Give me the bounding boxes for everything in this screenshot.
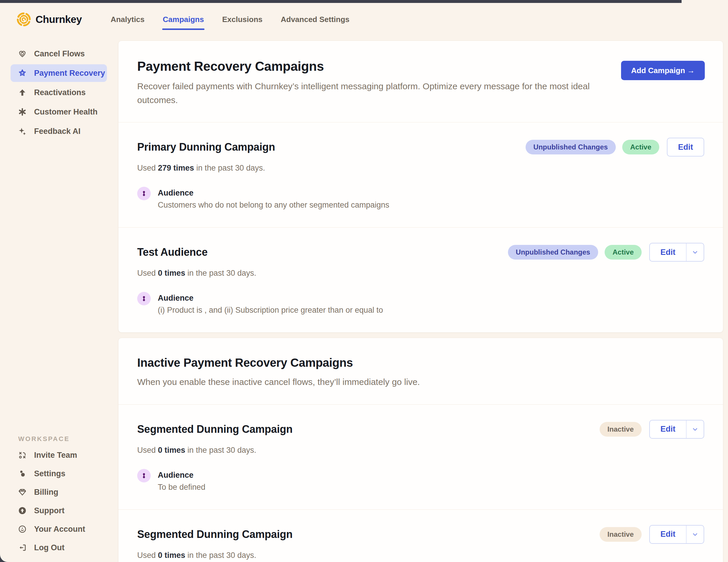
sidebar-item-label: Settings [34,469,66,478]
workspace-section: WORKSPACE Invite Team [0,435,118,557]
sidebar-item-invite-team[interactable]: Invite Team [11,446,107,464]
chevron-down-icon[interactable] [686,420,704,438]
sidebar-item-label: Support [34,506,64,515]
main-content: Payment Recovery Campaigns Recover faile… [118,36,728,562]
sidebar-item-label: Your Account [34,525,85,534]
status-badge-inactive: Inactive [600,527,642,542]
sidebar-item-customer-health[interactable]: Customer Health [11,103,107,121]
sparkles-icon [18,127,27,136]
audience-label: Audience [158,187,389,198]
sidebar-item-cancel-flows[interactable]: Cancel Flows [11,45,107,63]
sidebar-item-your-account[interactable]: Your Account [11,520,107,538]
usage-stat: Used 0 times in the past 30 days. [137,551,704,560]
page-subtitle: Recover failed payments with Churnkey’s … [137,80,616,107]
audience-description: To be defined [158,483,205,492]
unpublished-changes-badge: Unpublished Changes [508,245,598,260]
asterisk-icon [18,107,27,117]
status-badge-inactive: Inactive [600,422,642,437]
workspace-label: WORKSPACE [0,435,118,443]
campaign-row-test-audience: Test Audience Unpublished Changes Active… [118,228,723,332]
edit-split-button[interactable]: Edit [649,243,704,262]
tab-exclusions[interactable]: Exclusions [222,13,263,26]
sidebar-item-payment-recovery[interactable]: Payment Recovery [11,64,107,82]
arrow-up-icon [18,88,27,97]
page-title: Payment Recovery Campaigns [137,59,616,74]
campaign-row-segmented-dunning-1: Segmented Dunning Campaign Inactive Edit [118,405,723,509]
tab-campaigns[interactable]: Campaigns [162,13,204,26]
edit-button[interactable]: Edit [667,138,704,157]
audience-label: Audience [158,292,383,303]
app-window: Churnkey Analytics Campaigns Exclusions … [0,3,728,562]
tab-advanced-settings[interactable]: Advanced Settings [280,13,350,26]
gem-icon [18,487,27,497]
account-icon [18,524,27,534]
campaign-name: Primary Dunning Campaign [137,141,275,153]
top-nav: Analytics Campaigns Exclusions Advanced … [110,13,350,26]
support-icon [18,506,27,515]
chevron-down-icon[interactable] [686,244,704,261]
sidebar-item-label: Payment Recovery [34,69,105,78]
audience-description: (i) Product is , and (ii) Subscription p… [158,306,383,315]
settings-icon [18,469,27,478]
usage-stat: Used 279 times in the past 30 days. [137,164,704,173]
brand-name: Churnkey [36,14,82,25]
campaign-name: Test Audience [137,246,207,259]
sidebar-item-label: Cancel Flows [34,49,85,58]
sidebar-item-label: Billing [34,488,58,497]
sidebar-item-label: Feedback AI [34,127,80,136]
churnkey-logo-icon [16,12,31,27]
sidebar-item-log-out[interactable]: Log Out [11,539,107,556]
tab-analytics[interactable]: Analytics [110,13,145,26]
status-badge-active: Active [605,245,642,260]
campaign-row-primary-dunning: Primary Dunning Campaign Unpublished Cha… [118,123,723,227]
audience-label: Audience [158,469,205,480]
campaign-row-segmented-dunning-2: Segmented Dunning Campaign Inactive Edit [118,510,723,562]
add-campaign-button[interactable]: Add Campaign → [621,61,705,80]
section-title: Inactive Payment Recovery Campaigns [137,356,420,369]
audience-description: Customers who do not belong to any other… [158,201,389,210]
sidebar-item-support[interactable]: Support [11,502,107,519]
sidebar-item-label: Customer Health [34,108,98,117]
sidebar-item-label: Log Out [34,543,64,552]
active-campaigns-card: Payment Recovery Campaigns Recover faile… [118,41,723,333]
sidebar-item-settings[interactable]: Settings [11,465,107,482]
unpublished-changes-badge: Unpublished Changes [526,140,616,155]
status-badge-active: Active [622,140,659,155]
campaign-name: Segmented Dunning Campaign [137,528,293,541]
campaign-name: Segmented Dunning Campaign [137,423,293,435]
inactive-campaigns-header: Inactive Payment Recovery Campaigns When… [118,338,723,404]
sidebar-item-label: Invite Team [34,451,77,460]
brand-logo[interactable]: Churnkey [16,12,82,27]
logout-icon [18,543,27,552]
top-header: Churnkey Analytics Campaigns Exclusions … [0,3,728,36]
star-icon [18,68,27,78]
invite-team-icon [18,450,27,460]
sidebar-item-label: Reactivations [34,88,86,97]
audience-icon [137,187,151,200]
sidebar-item-billing[interactable]: Billing [11,483,107,501]
sidebar: Cancel Flows Payment Recovery React [0,36,118,562]
edit-split-button[interactable]: Edit [649,525,704,544]
sidebar-item-feedback-ai[interactable]: Feedback AI [11,123,107,140]
sidebar-item-reactivations[interactable]: Reactivations [11,84,107,101]
chevron-down-icon[interactable] [686,526,704,543]
inactive-campaigns-card: Inactive Payment Recovery Campaigns When… [118,338,723,562]
usage-stat: Used 0 times in the past 30 days. [137,446,704,455]
audience-icon [137,292,151,305]
active-campaigns-header: Payment Recovery Campaigns Recover faile… [118,41,723,122]
heart-icon [18,49,27,58]
audience-icon [137,469,151,482]
section-subtitle: When you enable these inactive cancel fl… [137,375,420,389]
edit-split-button[interactable]: Edit [649,420,704,439]
usage-stat: Used 0 times in the past 30 days. [137,269,704,278]
